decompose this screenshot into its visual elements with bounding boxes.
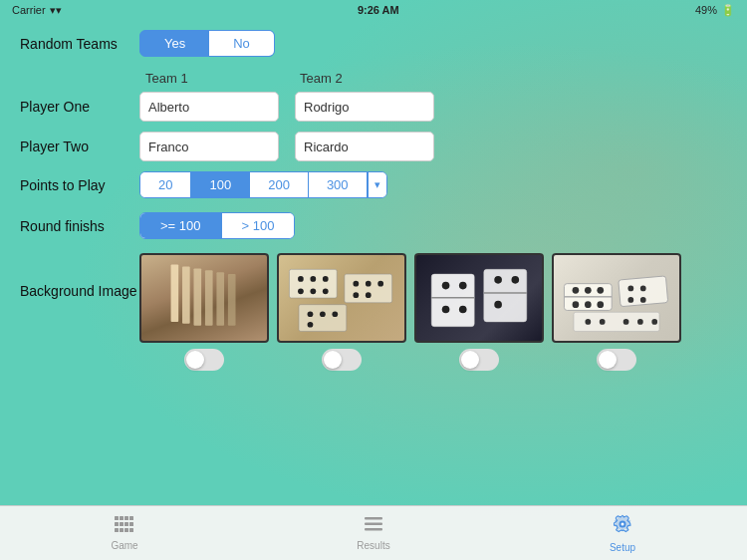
team2-header: Team 2 — [294, 71, 448, 86]
svg-rect-62 — [115, 528, 119, 532]
status-left: Carrier ▾▾ — [12, 4, 62, 17]
svg-point-18 — [366, 292, 372, 298]
round-group[interactable]: >= 100 > 100 — [139, 212, 295, 239]
svg-rect-54 — [115, 516, 119, 520]
svg-rect-64 — [124, 528, 128, 532]
svg-point-40 — [573, 301, 580, 308]
svg-point-42 — [597, 301, 604, 308]
toggle-4-knob — [599, 351, 617, 369]
round-finishes-row: Round finishs >= 100 > 100 — [20, 212, 727, 239]
svg-rect-60 — [124, 522, 128, 526]
svg-rect-66 — [365, 517, 382, 520]
svg-rect-68 — [365, 528, 382, 531]
background-image-section: Background Image — [20, 253, 727, 371]
tab-setup[interactable]: Setup — [498, 513, 747, 553]
bg-image-1-item — [139, 253, 269, 371]
player-one-team2-input[interactable] — [295, 92, 434, 122]
bg-toggle-2[interactable] — [322, 349, 362, 371]
yes-button[interactable]: Yes — [140, 31, 209, 56]
player-one-team1-input[interactable] — [139, 92, 279, 122]
tab-results[interactable]: Results — [249, 515, 498, 551]
player-one-row: Player One — [20, 92, 727, 122]
setup-icon — [612, 513, 633, 540]
round-gte100-button[interactable]: >= 100 — [140, 213, 222, 238]
points-to-play-row: Points to Play 20 100 200 300 ▾ — [20, 171, 727, 198]
main-content: Random Teams Yes No Team 1 Team 2 Player… — [0, 20, 747, 371]
wifi-icon: ▾▾ — [50, 4, 62, 17]
svg-rect-3 — [205, 270, 213, 325]
tab-game-label: Game — [111, 540, 137, 551]
bg-toggle-3[interactable] — [459, 349, 499, 371]
points-to-play-label: Points to Play — [20, 177, 139, 193]
svg-rect-58 — [115, 522, 119, 526]
svg-point-20 — [308, 311, 314, 317]
images-container — [139, 253, 681, 371]
random-teams-toggle[interactable]: Yes No — [139, 30, 275, 57]
svg-rect-25 — [431, 297, 474, 298]
bg-toggle-1[interactable] — [184, 349, 224, 371]
teams-header: Team 1 Team 2 — [139, 71, 727, 86]
tab-setup-label: Setup — [610, 542, 635, 553]
svg-point-26 — [442, 282, 450, 290]
svg-point-45 — [640, 286, 646, 292]
svg-point-15 — [366, 281, 372, 287]
svg-rect-36 — [564, 296, 612, 297]
svg-point-50 — [600, 319, 606, 325]
svg-point-11 — [310, 288, 316, 294]
player-two-row: Player Two — [20, 132, 727, 161]
points-200-button[interactable]: 200 — [250, 172, 309, 197]
bg-thumb-3[interactable] — [414, 253, 544, 343]
round-gt100-button[interactable]: > 100 — [222, 213, 295, 238]
status-right: 49% 🔋 — [695, 4, 735, 17]
svg-point-52 — [637, 319, 643, 325]
svg-point-23 — [308, 322, 314, 328]
bg-thumb-2[interactable] — [277, 253, 406, 343]
random-teams-row: Random Teams Yes No — [20, 30, 727, 57]
thumb2-svg — [279, 255, 404, 341]
svg-rect-57 — [129, 516, 133, 520]
svg-point-8 — [310, 276, 316, 282]
svg-point-39 — [597, 287, 604, 294]
results-icon — [363, 515, 384, 538]
toggle-3-knob — [461, 351, 479, 369]
bg-toggle-4[interactable] — [597, 349, 636, 371]
svg-point-41 — [585, 301, 592, 308]
bg-thumb-1[interactable] — [139, 253, 269, 343]
points-arrow[interactable]: ▾ — [368, 172, 386, 197]
battery-icon: 🔋 — [721, 4, 735, 17]
toggle-1-knob — [186, 351, 204, 369]
svg-rect-0 — [171, 265, 179, 322]
svg-rect-1 — [182, 266, 190, 323]
points-100-button[interactable]: 100 — [191, 172, 250, 197]
points-group[interactable]: 20 100 200 300 ▾ — [139, 171, 387, 198]
player-two-team2-input[interactable] — [295, 132, 434, 161]
svg-point-71 — [622, 523, 624, 526]
svg-rect-65 — [129, 528, 133, 532]
svg-rect-63 — [120, 528, 124, 532]
player-two-team1-input[interactable] — [139, 132, 279, 161]
svg-point-49 — [585, 319, 591, 325]
no-button[interactable]: No — [209, 31, 274, 56]
status-time: 9:26 AM — [358, 4, 399, 16]
svg-point-53 — [651, 319, 657, 325]
svg-point-22 — [332, 311, 338, 317]
random-teams-label: Random Teams — [20, 36, 139, 52]
svg-point-33 — [511, 276, 519, 284]
svg-point-12 — [323, 288, 329, 294]
thumb1-svg — [141, 255, 267, 341]
svg-point-51 — [623, 319, 629, 325]
points-300-button[interactable]: 300 — [309, 172, 368, 197]
bg-thumb-4[interactable] — [552, 253, 681, 343]
svg-point-21 — [320, 311, 326, 317]
svg-rect-4 — [216, 272, 224, 326]
svg-point-27 — [459, 282, 467, 290]
svg-point-37 — [573, 287, 580, 294]
tab-game[interactable]: Game — [0, 515, 249, 551]
team1-header: Team 1 — [139, 71, 294, 86]
svg-point-44 — [627, 286, 633, 292]
svg-rect-55 — [120, 516, 124, 520]
tab-bar: Game Results Setup — [0, 505, 747, 560]
points-20-button[interactable]: 20 — [140, 172, 191, 197]
player-one-label: Player One — [20, 99, 139, 115]
bg-image-2-item — [277, 253, 406, 371]
